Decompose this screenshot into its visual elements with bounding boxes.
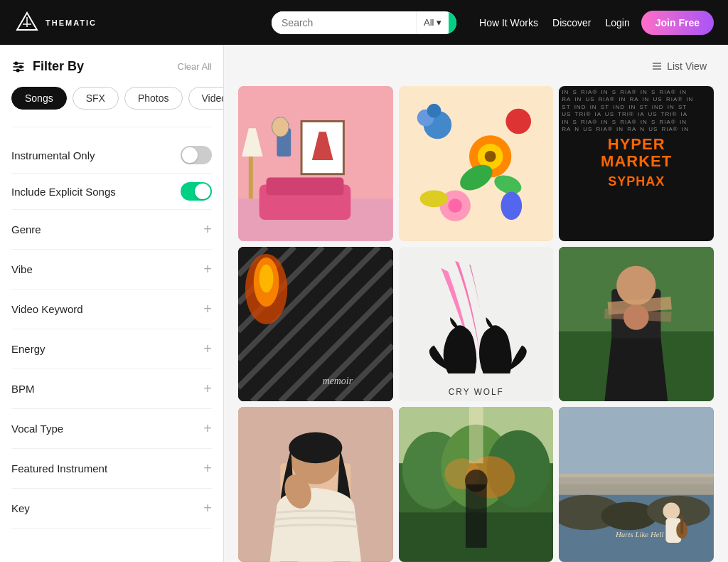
bpm-expand-icon: +	[203, 381, 212, 397]
svg-rect-92	[680, 516, 683, 534]
album-item-6[interactable]	[559, 247, 714, 402]
clear-all-button[interactable]: Clear All	[178, 61, 212, 72]
svg-text:CRY WOLF: CRY WOLF	[448, 386, 503, 396]
featured-instrument-filter[interactable]: Featured Instrument +	[11, 449, 212, 489]
svg-point-25	[272, 117, 289, 137]
svg-rect-21	[249, 157, 253, 198]
svg-point-38	[419, 190, 448, 207]
svg-point-37	[500, 191, 522, 220]
album-item-2[interactable]	[399, 86, 554, 241]
tab-videos[interactable]: Videos	[188, 87, 224, 110]
album-grid: IN S RIA® IN S RIA® IN S RIA® IN RA IN U…	[238, 86, 714, 562]
search-dropdown[interactable]: All ▾	[416, 11, 449, 33]
video-keyword-expand-icon: +	[203, 301, 212, 317]
vibe-filter[interactable]: Vibe +	[11, 250, 212, 290]
vocal-type-label: Vocal Type	[11, 423, 63, 435]
content-area: List View	[224, 45, 728, 562]
nav-discover[interactable]: Discover	[552, 17, 591, 28]
svg-point-89	[663, 503, 680, 520]
svg-point-80	[465, 470, 488, 492]
album-art-9: Hurts Like Hell	[559, 407, 714, 562]
svg-point-29	[427, 104, 441, 118]
svg-rect-79	[466, 484, 487, 548]
divider	[11, 127, 212, 127]
search-button[interactable]	[449, 11, 456, 34]
list-view-label: List View	[667, 60, 707, 72]
logo-text: THEMATIC	[46, 18, 97, 27]
filter-title-text: Filter By	[33, 59, 84, 74]
svg-rect-20	[267, 178, 344, 196]
nav-how-it-works[interactable]: How It Works	[479, 17, 538, 28]
list-view-icon	[651, 60, 663, 72]
svg-rect-85	[559, 474, 714, 495]
svg-point-39	[484, 151, 496, 162]
join-free-button[interactable]: Join Free	[641, 11, 714, 35]
list-view-button[interactable]: List View	[644, 56, 714, 76]
album-art-8	[399, 407, 554, 562]
filter-icon	[11, 60, 26, 74]
vocal-type-filter[interactable]: Vocal Type +	[11, 409, 212, 449]
key-expand-icon: +	[203, 500, 212, 516]
instrumental-only-label: Instrumental Only	[11, 149, 95, 161]
toggle-knob	[182, 147, 198, 163]
search-input[interactable]	[272, 11, 416, 34]
album-art-6	[559, 247, 714, 402]
bpm-filter[interactable]: BPM +	[11, 369, 212, 409]
album-item-9[interactable]: Hurts Like Hell	[559, 407, 714, 562]
svg-point-64	[623, 304, 649, 330]
filter-header: Filter By Clear All	[11, 59, 212, 74]
album-art-3-content: HYPERMARKET SYPHAX	[559, 86, 714, 241]
explicit-songs-label: Include Explicit Songs	[11, 186, 116, 198]
hyper-market-text: HYPERMARKET	[601, 136, 672, 170]
energy-expand-icon: +	[203, 341, 212, 357]
key-filter[interactable]: Key +	[11, 489, 212, 529]
featured-instrument-expand-icon: +	[203, 460, 212, 477]
syphax-text: SYPHAX	[608, 173, 665, 191]
tab-sfx[interactable]: SFX	[73, 87, 119, 110]
album-art-1	[238, 86, 393, 241]
svg-text:Hurts Like Hell: Hurts Like Hell	[615, 530, 664, 539]
vibe-label: Vibe	[11, 263, 33, 275]
genre-expand-icon: +	[203, 221, 212, 238]
sidebar: Filter By Clear All Songs SFX Photos Vid…	[0, 45, 224, 562]
content-header: List View	[238, 56, 714, 76]
video-keyword-filter[interactable]: Video Keyword +	[11, 290, 212, 329]
search-bar: All ▾	[272, 11, 456, 34]
explicit-songs-toggle[interactable]	[181, 182, 212, 201]
main-layout: Filter By Clear All Songs SFX Photos Vid…	[0, 45, 728, 562]
tab-photos[interactable]: Photos	[124, 87, 183, 110]
svg-rect-56	[399, 247, 554, 402]
logo[interactable]: THEMATIC	[14, 10, 97, 36]
instrumental-only-toggle[interactable]	[181, 146, 212, 164]
nav-links: How It Works Discover Login	[479, 17, 630, 28]
instrumental-only-row: Instrumental Only	[11, 137, 212, 174]
content-type-tabs: Songs SFX Photos Videos	[11, 87, 212, 110]
genre-label: Genre	[11, 223, 41, 235]
chevron-down-icon: ▾	[437, 17, 441, 28]
album-art-2	[399, 86, 554, 241]
energy-filter[interactable]: Energy +	[11, 329, 212, 369]
album-item-7[interactable]	[238, 407, 393, 562]
search-filter-label: All	[424, 17, 434, 28]
genre-filter[interactable]: Genre +	[11, 210, 212, 250]
toggle-knob	[195, 184, 210, 199]
svg-point-69	[289, 433, 342, 464]
svg-point-11	[15, 62, 17, 64]
vocal-type-expand-icon: +	[203, 420, 212, 437]
svg-point-54	[259, 264, 274, 292]
filter-title: Filter By	[11, 59, 84, 74]
album-item-4[interactable]: memoir	[238, 247, 393, 402]
album-item-3[interactable]: IN S RIA® IN S RIA® IN S RIA® IN RA IN U…	[559, 86, 714, 241]
album-item-8[interactable]	[399, 407, 554, 562]
album-art-4: memoir	[238, 247, 393, 402]
tab-songs[interactable]: Songs	[11, 87, 67, 110]
explicit-songs-row: Include Explicit Songs	[11, 174, 212, 210]
nav-login[interactable]: Login	[605, 17, 629, 28]
featured-instrument-label: Featured Instrument	[11, 462, 107, 474]
svg-text:memoir: memoir	[323, 376, 353, 386]
album-item-5[interactable]: CRY WOLF	[399, 247, 554, 402]
header: THEMATIC All ▾ How It Works Discover Log…	[0, 0, 728, 45]
bpm-label: BPM	[11, 383, 35, 395]
video-keyword-label: Video Keyword	[11, 303, 83, 315]
album-item-1[interactable]	[238, 86, 393, 241]
